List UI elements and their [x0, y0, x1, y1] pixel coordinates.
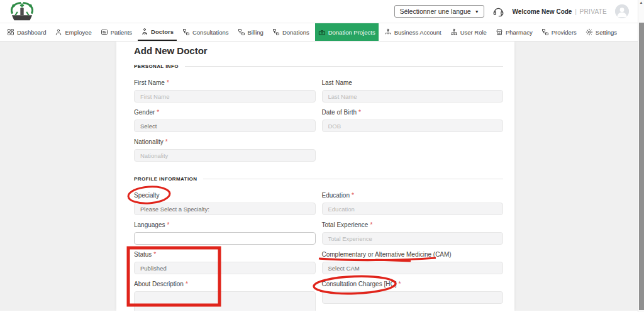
nav-label: Donation Projects	[328, 29, 375, 36]
nav-label: Donations	[282, 29, 309, 36]
section-divider	[185, 66, 503, 67]
required-marker: *	[167, 79, 169, 86]
app-window: Sélectionner une langue ▼ Welcome New Co…	[0, 0, 644, 312]
business-account-icon	[384, 28, 392, 36]
required-marker: *	[167, 221, 170, 228]
scrollbar-thumb[interactable]	[639, 23, 644, 310]
chevron-down-icon: ▼	[475, 9, 479, 14]
field-label: Consultation Charges [HC]	[322, 281, 397, 287]
field-first-name: First Name*	[134, 79, 316, 103]
main-navigation: Dashboard Employee Patients Doctors Cons…	[0, 23, 644, 42]
nav-item-billing[interactable]: Billing	[235, 23, 267, 41]
donation-box-icon	[318, 28, 326, 36]
field-label: Status	[134, 251, 152, 258]
nav-item-dashboard[interactable]: Dashboard	[4, 23, 49, 41]
nav-label: Billing	[248, 29, 264, 36]
scrollbar-up-arrow-icon[interactable]: ▲	[638, 1, 644, 4]
nav-label: Employee	[65, 29, 91, 36]
specialty-select[interactable]: Please Select a Specialty:	[134, 203, 316, 215]
pharmacy-store-icon	[496, 28, 503, 36]
required-marker: *	[398, 281, 401, 287]
section-profile-information: PROFILE INFORMATION	[134, 175, 503, 182]
donations-flow-icon	[272, 28, 280, 36]
required-marker: *	[153, 251, 156, 258]
profile-information-fields: Specialty Please Select a Specialty: Edu…	[134, 192, 503, 311]
nav-item-providers[interactable]: Providers	[538, 23, 580, 41]
user-role-icon	[450, 28, 458, 36]
nav-item-consultations[interactable]: Consultations	[179, 23, 232, 41]
total-experience-input[interactable]	[322, 232, 504, 245]
required-marker: *	[165, 138, 168, 145]
field-label: Education	[322, 192, 350, 199]
last-name-input[interactable]	[322, 90, 504, 103]
required-marker: *	[186, 281, 188, 287]
personal-info-fields: First Name* Last Name Gender* Select Dat…	[134, 79, 503, 162]
field-status: Status* Published	[134, 251, 316, 274]
employee-person-icon	[55, 28, 62, 36]
nav-item-settings[interactable]: Settings	[582, 23, 620, 41]
field-label: Nationality	[134, 138, 164, 145]
nav-item-donations[interactable]: Donations	[269, 23, 313, 41]
field-date-of-birth: Date of Birth*	[322, 109, 504, 132]
status-select[interactable]: Published	[134, 262, 316, 274]
user-avatar[interactable]	[615, 4, 629, 18]
field-label: Gender	[134, 109, 155, 116]
languages-input[interactable]	[134, 232, 316, 245]
consultation-charges-input[interactable]	[322, 291, 504, 304]
page-background: Add New Doctor PERSONAL INFO First Name*…	[0, 42, 644, 311]
field-label: Complementary or Alternative Medicine (C…	[322, 251, 452, 258]
nav-item-donation-projects[interactable]: Donation Projects	[315, 23, 379, 41]
nav-label: Settings	[596, 29, 617, 36]
nav-label: Business Account	[394, 29, 441, 36]
first-name-input[interactable]	[134, 90, 316, 103]
required-marker: *	[352, 192, 354, 199]
welcome-user-text: Welcome New Code | PRIVATE	[513, 8, 607, 15]
nationality-input[interactable]	[134, 149, 316, 162]
page-title: Add New Doctor	[134, 45, 503, 57]
providers-flow-icon	[541, 28, 549, 36]
field-label: About Description	[134, 281, 184, 287]
nav-label: Pharmacy	[506, 29, 533, 36]
vertical-scrollbar[interactable]: ▲	[638, 0, 644, 312]
field-cam: Complementary or Alternative Medicine (C…	[322, 251, 504, 274]
about-description-textarea[interactable]	[134, 291, 316, 311]
section-divider	[203, 179, 503, 179]
field-specialty: Specialty Please Select a Specialty:	[134, 192, 316, 215]
nav-item-employee[interactable]: Employee	[52, 23, 94, 41]
field-label: Specialty	[134, 192, 160, 199]
consultations-flow-icon	[182, 28, 190, 36]
patients-card-icon	[101, 28, 108, 36]
language-selector-label: Sélectionner une langue	[399, 8, 470, 15]
nav-label: Providers	[552, 29, 577, 36]
nav-item-pharmacy[interactable]: Pharmacy	[492, 23, 536, 41]
cam-select[interactable]: Select CAM	[322, 262, 504, 274]
top-header: Sélectionner une langue ▼ Welcome New Co…	[0, 0, 644, 23]
required-marker: *	[370, 221, 372, 228]
dob-input[interactable]	[322, 120, 504, 132]
settings-gear-icon	[586, 28, 593, 36]
field-about-description: About Description*	[134, 281, 316, 311]
nav-item-patients[interactable]: Patients	[97, 23, 135, 41]
nav-item-business-account[interactable]: Business Account	[381, 23, 445, 41]
field-nationality: Nationality*	[134, 138, 316, 162]
nav-item-user-role[interactable]: User Role	[447, 23, 490, 41]
add-doctor-form-card: Add New Doctor PERSONAL INFO First Name*…	[116, 42, 514, 311]
support-headset-icon[interactable]	[492, 6, 504, 18]
nav-item-doctors[interactable]: Doctors	[138, 23, 177, 41]
nav-label: User Role	[460, 29, 487, 36]
doctor-icon	[141, 28, 148, 35]
nav-label: Doctors	[151, 28, 174, 35]
field-label: Date of Birth	[322, 109, 357, 116]
section-label: PERSONAL INFO	[134, 64, 179, 69]
required-marker: *	[358, 109, 361, 116]
section-personal-info: PERSONAL INFO	[134, 62, 503, 70]
education-input[interactable]	[322, 203, 504, 215]
nav-label: Consultations	[192, 29, 229, 36]
language-selector[interactable]: Sélectionner une langue ▼	[394, 5, 484, 18]
field-label: First Name	[134, 79, 165, 86]
field-total-experience: Total Experience*	[322, 221, 504, 245]
field-education: Education*	[322, 192, 504, 215]
welcome-name: Welcome New Code	[513, 8, 572, 15]
billing-flow-icon	[238, 28, 245, 36]
gender-select[interactable]: Select	[134, 120, 316, 132]
